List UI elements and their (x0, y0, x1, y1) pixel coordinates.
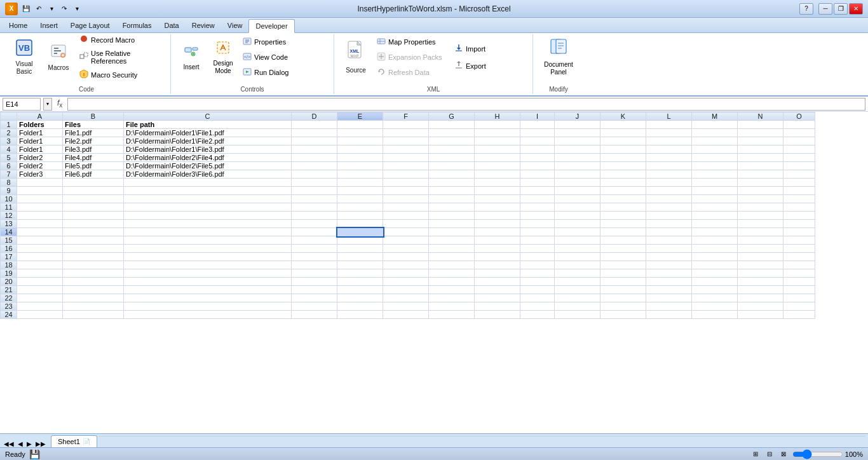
cell-K17[interactable] (600, 253, 646, 261)
row-number-18[interactable]: 18 (1, 261, 17, 269)
cell-O8[interactable] (783, 179, 815, 187)
cell-N11[interactable] (738, 203, 783, 212)
cell-H23[interactable] (475, 302, 520, 311)
cell-D23[interactable] (292, 302, 337, 311)
cell-H16[interactable] (475, 245, 520, 253)
cell-C5[interactable]: D:\Foldermain\Folder2\File4.pdf (124, 154, 292, 162)
cell-O5[interactable] (783, 154, 815, 162)
cell-E6[interactable] (337, 162, 383, 170)
cell-J11[interactable] (555, 203, 600, 212)
design-mode-button[interactable]: Design Mode (208, 36, 238, 79)
cell-H14[interactable] (475, 228, 520, 236)
cell-J12[interactable] (555, 212, 600, 220)
cell-D11[interactable] (292, 203, 337, 212)
cell-F5[interactable] (383, 154, 429, 162)
macro-security-button[interactable]: ! Macro Security (76, 67, 165, 82)
cell-F11[interactable] (383, 203, 429, 212)
refresh-data-button[interactable]: Refresh Data (374, 65, 450, 80)
cell-J6[interactable] (555, 162, 600, 170)
cell-D20[interactable] (292, 278, 337, 286)
cell-A6[interactable]: Folder2 (17, 162, 63, 170)
cell-K19[interactable] (600, 269, 646, 278)
cell-O22[interactable] (783, 294, 815, 302)
cell-F10[interactable] (383, 195, 429, 203)
cell-M16[interactable] (692, 245, 738, 253)
cell-N16[interactable] (738, 245, 783, 253)
cell-G6[interactable] (429, 162, 475, 170)
cell-C8[interactable] (124, 179, 292, 187)
cell-C1[interactable]: File path (124, 121, 292, 129)
cell-G18[interactable] (429, 261, 475, 269)
cell-C13[interactable] (124, 220, 292, 228)
row-number-7[interactable]: 7 (1, 170, 17, 179)
cell-C24[interactable] (124, 311, 292, 319)
export-button[interactable]: Export (451, 58, 527, 73)
cell-C6[interactable]: D:\Foldermain\Folder2\File5.pdf (124, 162, 292, 170)
sheet-nav-next[interactable]: ▶ (25, 440, 33, 447)
cell-N24[interactable] (738, 311, 783, 319)
cell-I3[interactable] (520, 137, 555, 145)
cell-B21[interactable] (63, 286, 124, 294)
cell-F9[interactable] (383, 187, 429, 195)
col-header-J[interactable]: J (555, 112, 600, 121)
cell-N15[interactable] (738, 236, 783, 245)
source-button[interactable]: XML MAP Source (339, 36, 372, 79)
cell-H8[interactable] (475, 179, 520, 187)
cell-M8[interactable] (692, 179, 738, 187)
cell-H11[interactable] (475, 203, 520, 212)
cell-N13[interactable] (738, 220, 783, 228)
cell-B16[interactable] (63, 245, 124, 253)
window-help-button[interactable]: ? (799, 3, 813, 15)
cell-M23[interactable] (692, 302, 738, 311)
cell-O14[interactable] (783, 228, 815, 236)
row-number-10[interactable]: 10 (1, 195, 17, 203)
cell-M19[interactable] (692, 269, 738, 278)
cell-J22[interactable] (555, 294, 600, 302)
cell-F16[interactable] (383, 245, 429, 253)
cell-K22[interactable] (600, 294, 646, 302)
cell-F1[interactable] (383, 121, 429, 129)
cell-I15[interactable] (520, 236, 555, 245)
cell-M3[interactable] (692, 137, 738, 145)
cell-N2[interactable] (738, 129, 783, 137)
cell-K13[interactable] (600, 220, 646, 228)
row-number-6[interactable]: 6 (1, 162, 17, 170)
cell-J15[interactable] (555, 236, 600, 245)
cell-J19[interactable] (555, 269, 600, 278)
cell-B1[interactable]: Files (63, 121, 124, 129)
cell-E5[interactable] (337, 154, 383, 162)
cell-G1[interactable] (429, 121, 475, 129)
cell-G12[interactable] (429, 212, 475, 220)
cell-E21[interactable] (337, 286, 383, 294)
col-header-C[interactable]: C (124, 112, 292, 121)
row-number-15[interactable]: 15 (1, 236, 17, 245)
cell-M11[interactable] (692, 203, 738, 212)
cell-A7[interactable]: Folder3 (17, 170, 63, 179)
cell-N17[interactable] (738, 253, 783, 261)
cell-J8[interactable] (555, 179, 600, 187)
cell-B11[interactable] (63, 203, 124, 212)
cell-A10[interactable] (17, 195, 63, 203)
undo-dropdown[interactable]: ▾ (46, 3, 57, 15)
cell-G23[interactable] (429, 302, 475, 311)
cell-H6[interactable] (475, 162, 520, 170)
cell-K6[interactable] (600, 162, 646, 170)
cell-H2[interactable] (475, 129, 520, 137)
cell-M15[interactable] (692, 236, 738, 245)
cell-F12[interactable] (383, 212, 429, 220)
row-number-13[interactable]: 13 (1, 220, 17, 228)
app-restore-button[interactable]: ❐ (834, 3, 848, 15)
app-close-button[interactable]: ✕ (849, 3, 863, 15)
cell-A18[interactable] (17, 261, 63, 269)
properties-button[interactable]: Properties (240, 35, 329, 50)
cell-B20[interactable] (63, 278, 124, 286)
cell-L7[interactable] (646, 170, 692, 179)
cell-N8[interactable] (738, 179, 783, 187)
cell-D8[interactable] (292, 179, 337, 187)
cell-M2[interactable] (692, 129, 738, 137)
cell-O17[interactable] (783, 253, 815, 261)
cell-E3[interactable] (337, 137, 383, 145)
cell-L15[interactable] (646, 236, 692, 245)
cell-D3[interactable] (292, 137, 337, 145)
cell-D2[interactable] (292, 129, 337, 137)
